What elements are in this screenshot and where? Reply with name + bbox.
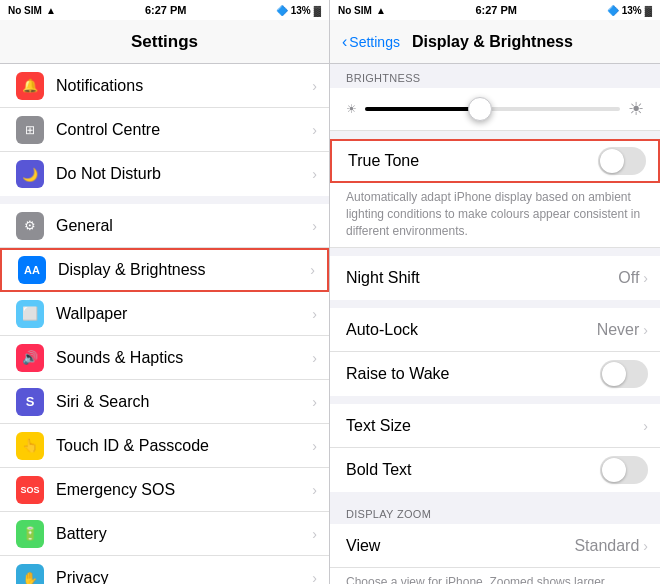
raise-to-wake-row[interactable]: Raise to Wake bbox=[330, 352, 660, 396]
left-group-1: 🔔 Notifications › ⊞ Control Centre › 🌙 D… bbox=[0, 64, 329, 196]
night-shift-row[interactable]: Night Shift Off › bbox=[330, 256, 660, 300]
settings-row-display-brightness[interactable]: AA Display & Brightness › bbox=[0, 248, 329, 292]
night-shift-group: Night Shift Off › bbox=[330, 256, 660, 300]
siri-search-label: Siri & Search bbox=[56, 393, 312, 411]
back-label: Settings bbox=[349, 34, 400, 50]
notifications-label: Notifications bbox=[56, 77, 312, 95]
right-bluetooth-icon: 🔷 bbox=[607, 5, 619, 16]
left-battery-label: 13% bbox=[291, 5, 311, 16]
back-button[interactable]: ‹ Settings bbox=[342, 33, 400, 51]
left-nav-title: Settings bbox=[131, 32, 198, 52]
settings-row-sounds-haptics[interactable]: 🔊 Sounds & Haptics › bbox=[0, 336, 329, 380]
display-brightness-label: Display & Brightness bbox=[58, 261, 310, 279]
emergency-sos-icon: SOS bbox=[16, 476, 44, 504]
divider-5 bbox=[330, 492, 660, 500]
right-wifi-icon: ▲ bbox=[376, 5, 386, 16]
settings-row-wallpaper[interactable]: ⬜ Wallpaper › bbox=[0, 292, 329, 336]
control-centre-label: Control Centre bbox=[56, 121, 312, 139]
right-status-bar: No SIM ▲ 6:27 PM 🔷 13% ▓ bbox=[330, 0, 660, 20]
notifications-icon: 🔔 bbox=[16, 72, 44, 100]
control-centre-chevron: › bbox=[312, 122, 317, 138]
brightness-slider-row: ☀ ☀ bbox=[330, 88, 660, 131]
touch-id-icon: 👆 bbox=[16, 432, 44, 460]
brightness-low-icon: ☀ bbox=[346, 102, 357, 116]
brightness-section-header: BRIGHTNESS bbox=[330, 64, 660, 88]
left-nav-bar: Settings bbox=[0, 20, 329, 64]
right-status-right: 🔷 13% ▓ bbox=[607, 5, 652, 16]
right-panel: No SIM ▲ 6:27 PM 🔷 13% ▓ ‹ Settings Disp… bbox=[330, 0, 660, 584]
display-zoom-header: DISPLAY ZOOM bbox=[330, 500, 660, 524]
brightness-high-icon: ☀ bbox=[628, 98, 644, 120]
auto-lock-label: Auto-Lock bbox=[346, 321, 597, 339]
text-size-group: Text Size › Bold Text bbox=[330, 404, 660, 492]
left-wifi-icon: ▲ bbox=[46, 5, 56, 16]
auto-lock-group: Auto-Lock Never › Raise to Wake bbox=[330, 308, 660, 396]
settings-row-privacy[interactable]: ✋ Privacy › bbox=[0, 556, 329, 584]
back-chevron-icon: ‹ bbox=[342, 33, 347, 51]
settings-row-battery[interactable]: 🔋 Battery › bbox=[0, 512, 329, 556]
privacy-chevron: › bbox=[312, 570, 317, 584]
view-row[interactable]: View Standard › bbox=[330, 524, 660, 568]
display-brightness-icon: AA bbox=[18, 256, 46, 284]
true-tone-label: True Tone bbox=[348, 152, 598, 170]
left-status-bar: No SIM ▲ 6:27 PM 🔷 13% ▓ bbox=[0, 0, 329, 20]
general-label: General bbox=[56, 217, 312, 235]
display-brightness-chevron: › bbox=[310, 262, 315, 278]
right-time: 6:27 PM bbox=[475, 4, 517, 16]
true-tone-description: Automatically adapt iPhone display based… bbox=[330, 183, 660, 248]
control-centre-icon: ⊞ bbox=[16, 116, 44, 144]
display-zoom-description: Choose a view for iPhone. Zoomed shows l… bbox=[330, 568, 660, 584]
brightness-slider-thumb[interactable] bbox=[468, 97, 492, 121]
text-size-row[interactable]: Text Size › bbox=[330, 404, 660, 448]
privacy-label: Privacy bbox=[56, 569, 312, 584]
wallpaper-icon: ⬜ bbox=[16, 300, 44, 328]
battery-label: Battery bbox=[56, 525, 312, 543]
general-icon: ⚙ bbox=[16, 212, 44, 240]
settings-row-general[interactable]: ⚙ General › bbox=[0, 204, 329, 248]
text-size-label: Text Size bbox=[346, 417, 643, 435]
settings-row-control-centre[interactable]: ⊞ Control Centre › bbox=[0, 108, 329, 152]
left-battery-icon: ▓ bbox=[314, 5, 321, 16]
left-time: 6:27 PM bbox=[145, 4, 187, 16]
battery-icon: 🔋 bbox=[16, 520, 44, 548]
view-value: Standard bbox=[574, 537, 639, 555]
left-bluetooth-icon: 🔷 bbox=[276, 5, 288, 16]
sounds-haptics-chevron: › bbox=[312, 350, 317, 366]
true-tone-group: True Tone Automatically adapt iPhone dis… bbox=[330, 139, 660, 248]
right-battery-label: 13% bbox=[622, 5, 642, 16]
display-zoom-group: View Standard › Choose a view for iPhone… bbox=[330, 524, 660, 584]
brightness-slider-track[interactable] bbox=[365, 107, 620, 111]
settings-row-siri-search[interactable]: S Siri & Search › bbox=[0, 380, 329, 424]
right-nav-bar: ‹ Settings Display & Brightness bbox=[330, 20, 660, 64]
settings-row-touch-id[interactable]: 👆 Touch ID & Passcode › bbox=[0, 424, 329, 468]
text-size-chevron: › bbox=[643, 418, 648, 434]
settings-row-emergency-sos[interactable]: SOS Emergency SOS › bbox=[0, 468, 329, 512]
view-label: View bbox=[346, 537, 574, 555]
touch-id-label: Touch ID & Passcode bbox=[56, 437, 312, 455]
left-status-left: No SIM ▲ bbox=[8, 5, 56, 16]
raise-to-wake-label: Raise to Wake bbox=[346, 365, 600, 383]
right-nav-title: Display & Brightness bbox=[412, 33, 573, 51]
raise-to-wake-toggle[interactable] bbox=[600, 360, 648, 388]
settings-row-do-not-disturb[interactable]: 🌙 Do Not Disturb › bbox=[0, 152, 329, 196]
emergency-sos-label: Emergency SOS bbox=[56, 481, 312, 499]
bold-text-toggle[interactable] bbox=[600, 456, 648, 484]
auto-lock-chevron: › bbox=[643, 322, 648, 338]
settings-row-notifications[interactable]: 🔔 Notifications › bbox=[0, 64, 329, 108]
night-shift-value: Off bbox=[618, 269, 639, 287]
sounds-haptics-label: Sounds & Haptics bbox=[56, 349, 312, 367]
right-carrier: No SIM bbox=[338, 5, 372, 16]
view-chevron: › bbox=[643, 538, 648, 554]
sounds-haptics-icon: 🔊 bbox=[16, 344, 44, 372]
true-tone-row[interactable]: True Tone bbox=[330, 139, 660, 183]
divider-1 bbox=[330, 131, 660, 139]
true-tone-toggle[interactable] bbox=[598, 147, 646, 175]
bold-text-row[interactable]: Bold Text bbox=[330, 448, 660, 492]
auto-lock-row[interactable]: Auto-Lock Never › bbox=[330, 308, 660, 352]
left-panel: No SIM ▲ 6:27 PM 🔷 13% ▓ Settings 🔔 Noti… bbox=[0, 0, 330, 584]
auto-lock-value: Never bbox=[597, 321, 640, 339]
night-shift-label: Night Shift bbox=[346, 269, 618, 287]
privacy-icon: ✋ bbox=[16, 564, 44, 584]
siri-search-icon: S bbox=[16, 388, 44, 416]
brightness-group: ☀ ☀ bbox=[330, 88, 660, 131]
